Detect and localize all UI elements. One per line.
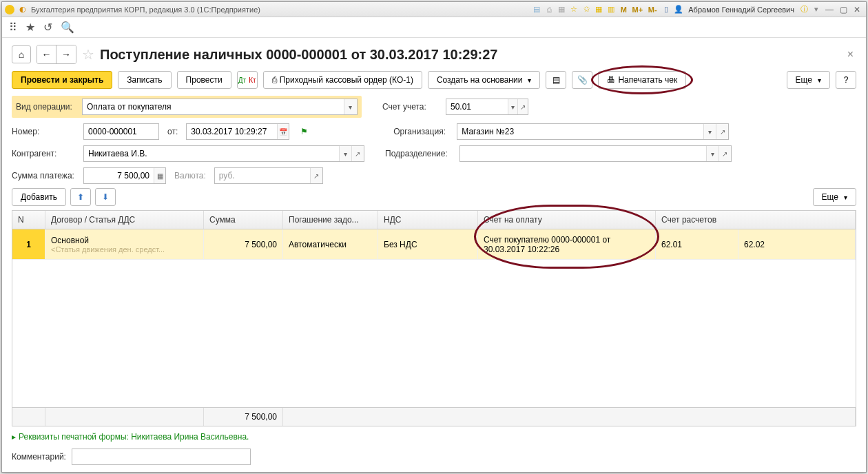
account-input[interactable] xyxy=(446,99,508,114)
tool-icon-3[interactable]: ▦ xyxy=(556,4,567,15)
dt-kt-button[interactable]: ДтКт xyxy=(237,71,258,89)
print-details-label: Реквизиты печатной формы: Никитаева Ирин… xyxy=(19,432,249,442)
m-minus-label[interactable]: M- xyxy=(645,4,659,15)
th-payoff[interactable]: Погашение задо... xyxy=(283,211,378,229)
calendar-icon[interactable]: ▥ xyxy=(606,4,617,15)
currency-input xyxy=(215,168,310,183)
contractor-input[interactable] xyxy=(84,146,339,161)
th-n[interactable]: N xyxy=(12,211,45,229)
table-more-button[interactable]: Еще xyxy=(813,188,856,206)
help-button[interactable]: ? xyxy=(836,71,856,89)
write-button[interactable]: Записать xyxy=(118,71,171,89)
dropdown-icon[interactable]: ◐ xyxy=(17,4,28,15)
star-icon[interactable]: ☆ xyxy=(568,4,579,15)
print-order-button[interactable]: ⎙Приходный кассовый ордер (КО-1) xyxy=(263,71,422,89)
td-acc2: 62.02 xyxy=(738,229,856,259)
td-invoice: Счет покупателю 0000-000001 от 30.03.201… xyxy=(478,229,656,259)
post-close-button[interactable]: Провести и закрыть xyxy=(12,71,112,89)
from-label: от: xyxy=(167,127,178,136)
print-details-link[interactable]: ▸ Реквизиты печатной формы: Никитаева Ир… xyxy=(12,432,856,442)
print-check-button[interactable]: 🖶Напечатать чек xyxy=(598,71,686,89)
m-plus-label[interactable]: M+ xyxy=(630,4,644,15)
table-row[interactable]: 1 Основной <Статья движения ден. средст.… xyxy=(12,229,856,260)
division-open-icon[interactable]: ↗ xyxy=(719,146,731,161)
minimize-button[interactable]: — xyxy=(823,4,836,15)
th-sum[interactable]: Сумма xyxy=(204,211,283,229)
doc-icon-button[interactable]: ▤ xyxy=(546,71,566,89)
move-down-button[interactable]: ⬇ xyxy=(95,188,116,206)
flag-icon[interactable]: ⚑ xyxy=(300,127,308,136)
search-icon[interactable]: 🔍 xyxy=(61,21,74,34)
apps-icon[interactable]: ⠿ xyxy=(9,21,17,34)
panel-icon[interactable]: ▯ xyxy=(661,4,672,15)
more-button[interactable]: Еще xyxy=(787,71,830,89)
printer-icon: ⎙ xyxy=(272,75,277,85)
page-star-icon[interactable]: ☆ xyxy=(82,46,94,63)
create-based-button[interactable]: Создать на основании xyxy=(428,71,541,89)
org-open-icon[interactable]: ↗ xyxy=(716,124,728,139)
post-button[interactable]: Провести xyxy=(177,71,231,89)
maximize-button[interactable]: ▢ xyxy=(837,4,849,15)
th-contract[interactable]: Договор / Статья ДДС xyxy=(45,211,204,229)
tf-sum: 7 500,00 xyxy=(204,408,283,426)
td-n: 1 xyxy=(12,229,45,259)
titlebar: ◐ Бухгалтерия предприятия КОРП, редакция… xyxy=(2,2,866,17)
currency-open-icon[interactable]: ↗ xyxy=(310,168,322,183)
tf-n xyxy=(12,408,45,426)
forward-button[interactable]: → xyxy=(56,45,76,63)
info-icon[interactable]: ⓘ xyxy=(798,4,809,15)
tool-icon-2[interactable]: ⎙ xyxy=(544,4,555,15)
sum-input[interactable] xyxy=(84,168,154,183)
account-dropdown-icon[interactable]: ▾ xyxy=(508,99,518,114)
number-input[interactable] xyxy=(84,124,158,139)
td-sum: 7 500,00 xyxy=(204,229,283,259)
org-dropdown-icon[interactable]: ▾ xyxy=(703,124,716,139)
move-up-button[interactable]: ⬆ xyxy=(70,188,91,206)
op-type-dropdown-icon[interactable]: ▾ xyxy=(344,99,357,114)
close-button[interactable]: ✕ xyxy=(851,4,863,15)
td-contract: Основной <Статья движения ден. средст... xyxy=(45,229,204,259)
calc-icon[interactable]: ▦ xyxy=(593,4,604,15)
division-input[interactable] xyxy=(460,146,706,161)
org-input[interactable] xyxy=(457,124,703,139)
td-contract-sub: <Статья движения ден. средст... xyxy=(51,245,198,254)
division-dropdown-icon[interactable]: ▾ xyxy=(706,146,719,161)
tf-contract xyxy=(45,408,204,426)
history-icon[interactable]: ↺ xyxy=(43,21,52,34)
close-tab-button[interactable]: × xyxy=(845,45,856,63)
app-title: Бухгалтерия предприятия КОРП, редакция 3… xyxy=(31,6,260,14)
comment-label: Комментарий: xyxy=(12,452,66,462)
calc-icon[interactable]: ▦ xyxy=(154,168,165,183)
td-acc1: 62.01 xyxy=(656,229,738,259)
date-input[interactable] xyxy=(187,124,276,139)
contractor-dropdown-icon[interactable]: ▾ xyxy=(339,146,351,161)
attach-button[interactable]: 📎 xyxy=(572,71,592,89)
comment-input[interactable] xyxy=(72,449,250,464)
dropdown2-icon[interactable]: ▾ xyxy=(811,4,822,15)
app-logo-icon xyxy=(5,5,14,14)
user-name: Абрамов Геннадий Сергеевич xyxy=(685,6,797,14)
favorite-icon[interactable]: ★ xyxy=(25,21,35,34)
contractor-label: Контрагент: xyxy=(12,149,75,158)
td-contract-value: Основной xyxy=(51,236,198,245)
home-button[interactable]: ⌂ xyxy=(12,45,31,63)
th-accounts[interactable]: Счет расчетов xyxy=(656,211,856,229)
tf-rest xyxy=(283,408,856,426)
th-invoice[interactable]: Счет на оплату xyxy=(478,211,656,229)
star-filled-icon[interactable]: ✩ xyxy=(581,4,592,15)
th-vat[interactable]: НДС xyxy=(378,211,478,229)
number-label: Номер: xyxy=(12,127,75,136)
add-button[interactable]: Добавить xyxy=(12,188,66,206)
account-open-icon[interactable]: ↗ xyxy=(517,99,528,114)
print-order-label: Приходный кассовый ордер (КО-1) xyxy=(280,75,413,85)
account-label: Счет учета: xyxy=(382,102,437,112)
back-button[interactable]: ← xyxy=(37,45,56,63)
op-type-input[interactable] xyxy=(83,99,344,114)
org-label: Организация: xyxy=(393,127,448,136)
tool-icon-1[interactable]: ▤ xyxy=(531,4,542,15)
m-label[interactable]: M xyxy=(618,4,629,15)
chevron-right-icon: ▸ xyxy=(12,432,16,442)
contractor-open-icon[interactable]: ↗ xyxy=(351,146,364,161)
calendar-icon[interactable]: 📅 xyxy=(277,124,289,139)
td-vat: Без НДС xyxy=(378,229,478,259)
